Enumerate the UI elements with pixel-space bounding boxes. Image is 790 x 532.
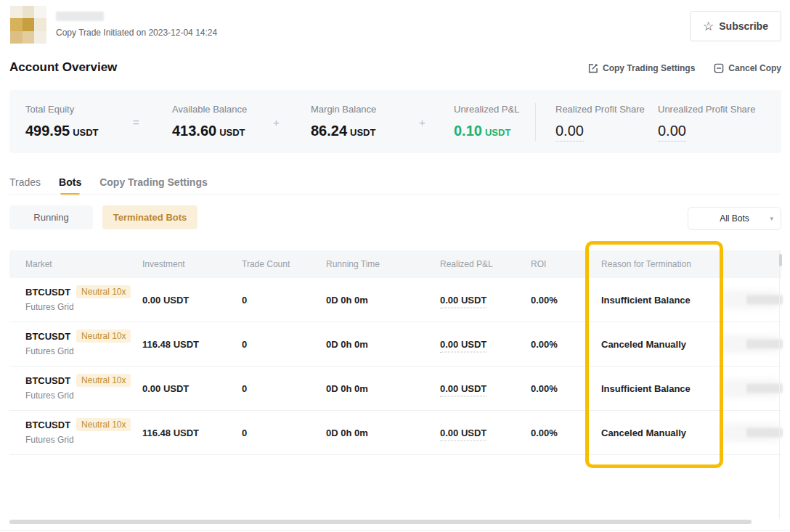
table-row: BTCUSDTNeutral 10x Futures Grid 0.00 USD… [9,278,781,322]
copy-trading-settings-label: Copy Trading Settings [603,63,695,73]
cancel-copy-button[interactable]: Cancel Copy [714,63,781,73]
bots-table-header: Market Investment Trade Count Running Ti… [9,250,781,278]
stat-label: Total Equity [25,104,99,115]
filter-terminated-bots[interactable]: Terminated Bots [102,205,198,229]
filter-running[interactable]: Running [9,205,93,229]
action-button-redacted[interactable] [746,428,783,438]
termination-reason-cell: Canceled Manually [601,427,686,438]
table-row: BTCUSDTNeutral 10x Futures Grid 0.00 USD… [9,367,781,411]
stat-unrealized-pnl: Unrealized P&L 0.10USDT [454,104,519,139]
stat-unrealized-profit-share: Unrealized Profit Share 0.00 [658,104,755,139]
subscribe-label: Subscribe [719,20,768,32]
running-time-cell: 0D 0h 0m [326,295,368,306]
stat-unit: USDT [73,127,98,138]
account-stats-bar: Total Equity 499.95USDT = Available Bala… [9,90,781,153]
page-bottom-divider [0,530,790,531]
stat-value: 0.10 [454,123,482,139]
stat-unit: USDT [485,127,510,138]
col-header-market: Market [25,259,52,269]
termination-reason-cell: Insufficient Balance [601,295,691,306]
realized-pnl-cell: 0.00 USDT [440,339,486,350]
stat-realized-profit-share: Realized Profit Share 0.00 [555,104,645,139]
roi-cell: 0.00% [531,295,558,306]
stat-label: Available Balance [172,104,247,115]
investment-cell: 0.00 USDT [142,383,189,394]
realized-pnl-cell: 0.00 USDT [440,295,486,306]
stat-label: Unrealized Profit Share [658,104,755,115]
edit-icon [588,63,598,73]
termination-reason-cell: Insufficient Balance [601,383,691,394]
action-button-redacted[interactable] [746,295,783,305]
running-time-cell: 0D 0h 0m [326,427,368,438]
col-header-realized-pnl: Realized P&L [440,259,493,269]
realized-pnl-value: 0.00 USDT [440,339,486,353]
stat-margin-balance: Margin Balance 86.24USDT [311,104,376,139]
action-button-redacted[interactable] [746,340,783,349]
market-cell: BTCUSDTNeutral 10x Futures Grid [25,285,131,312]
roi-cell: 0.00% [531,383,558,394]
investment-cell: 116.48 USDT [142,339,199,350]
col-header-roi: ROI [531,259,546,269]
market-type: Futures Grid [25,346,131,356]
equals-operator: = [133,116,139,128]
stat-label: Realized Profit Share [555,104,645,115]
strategy-tag: Neutral 10x [76,285,131,298]
table-row: BTCUSDTNeutral 10x Futures Grid 116.48 U… [9,411,781,455]
stat-value: 499.95 [25,123,70,139]
realized-pnl-cell: 0.00 USDT [440,383,486,394]
realized-pnl-cell: 0.00 USDT [440,427,486,438]
running-time-cell: 0D 0h 0m [326,383,368,394]
market-cell: BTCUSDTNeutral 10x Futures Grid [25,330,131,356]
all-bots-dropdown-value: All Bots [720,213,749,224]
stat-value: 0.00 [658,123,686,142]
col-header-trade-count: Trade Count [242,259,290,269]
market-cell: BTCUSDTNeutral 10x Futures Grid [25,418,131,445]
stat-total-equity: Total Equity 499.95USDT [25,104,99,139]
investment-cell: 0.00 USDT [142,295,189,306]
col-header-reason: Reason for Termination [601,259,691,269]
col-header-running-time: Running Time [326,259,380,269]
stat-value: 413.60 [172,123,216,139]
strategy-tag: Neutral 10x [76,374,131,387]
trade-count-cell: 0 [242,427,247,438]
plus-operator: + [273,116,280,128]
realized-pnl-value: 0.00 USDT [440,383,486,397]
bots-table-body: BTCUSDTNeutral 10x Futures Grid 0.00 USD… [9,278,781,455]
stats-divider [535,103,536,141]
cancel-copy-label: Cancel Copy [728,63,781,73]
termination-reason-cell: Canceled Manually [601,339,686,350]
copy-trading-page: Copy Trade Initiated on 2023-12-04 14:24… [0,0,790,532]
tabs-divider [9,194,781,195]
trade-count-cell: 0 [242,339,247,350]
market-symbol: BTCUSDT [25,287,70,298]
stat-available-balance: Available Balance 413.60USDT [172,104,247,139]
table-row: BTCUSDTNeutral 10x Futures Grid 116.48 U… [9,322,781,367]
horizontal-scrollbar[interactable] [9,520,752,524]
strategy-tag: Neutral 10x [76,418,131,431]
overview-actions: Copy Trading Settings Cancel Copy [588,63,781,73]
action-button-redacted[interactable] [746,384,783,393]
realized-pnl-value: 0.00 USDT [440,295,486,308]
trade-count-cell: 0 [242,383,247,394]
market-symbol: BTCUSDT [25,375,70,386]
market-type: Futures Grid [25,435,131,445]
stat-value: 86.24 [311,123,347,139]
minus-square-icon [714,63,724,73]
roi-cell: 0.00% [531,339,558,350]
vertical-scrollbar-track [779,250,780,519]
market-cell: BTCUSDTNeutral 10x Futures Grid [25,374,131,401]
plus-operator: + [419,116,425,128]
trader-avatar [10,6,46,44]
vertical-scrollbar-thumb[interactable] [779,254,782,266]
running-time-cell: 0D 0h 0m [326,339,368,350]
subscribe-button[interactable]: ☆ Subscribe [690,11,781,41]
strategy-tag: Neutral 10x [76,330,131,343]
market-type: Futures Grid [25,390,131,401]
star-icon: ☆ [703,20,714,33]
all-bots-dropdown[interactable]: All Bots ▾ [688,207,781,230]
copy-trading-settings-button[interactable]: Copy Trading Settings [588,63,695,73]
market-symbol: BTCUSDT [25,331,70,342]
stat-unit: USDT [219,127,245,138]
stat-label: Margin Balance [311,104,376,115]
page-title: Account Overview [9,60,117,75]
